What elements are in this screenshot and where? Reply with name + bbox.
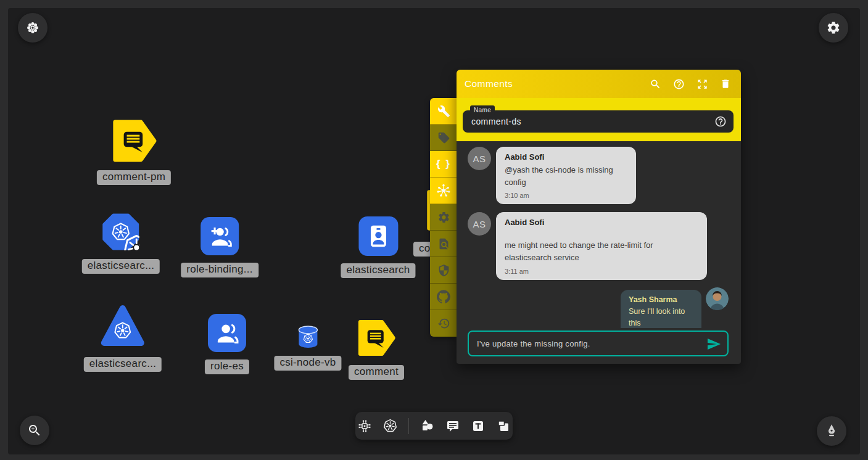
fullscreen-icon[interactable]: [696, 78, 708, 90]
tag-icon: [437, 131, 450, 144]
kubernetes-octagon-icon: [102, 213, 139, 250]
node-elasticsearch-triangle[interactable]: elasticsearc...: [84, 304, 162, 372]
pen-tool-button[interactable]: [817, 416, 846, 446]
avatar-photo: [706, 287, 729, 310]
app-window: comment-pm elasticsearc...: [0, 0, 868, 460]
avatar-initials: AS: [468, 212, 491, 236]
zoom-in-icon: [27, 423, 42, 438]
avatar-initials: AS: [468, 147, 491, 170]
message-author: Aabid Sofi: [505, 218, 698, 227]
toolbar-item-history[interactable]: [430, 310, 457, 337]
wrench-icon: [437, 105, 450, 118]
field-help-icon[interactable]: [714, 115, 727, 130]
comment-shape-icon: [111, 118, 157, 164]
kubernetes-icon: [382, 418, 398, 433]
node-label: elasticsearc...: [84, 357, 162, 372]
panel-title: Comments: [465, 78, 650, 89]
flower-logo-icon: [25, 20, 40, 35]
toolbar-item-definition[interactable]: { }: [430, 151, 457, 178]
send-icon[interactable]: [706, 337, 721, 354]
history-icon: [437, 317, 450, 330]
toolbar-item-configure[interactable]: [430, 98, 457, 125]
github-icon: [437, 290, 450, 303]
message-bubble: Yash Sharma Sure I'll look into this 3:2…: [621, 290, 701, 328]
message-text: me might need to change the rate-limit f…: [505, 239, 698, 264]
kubernetes-triangle-icon: [100, 304, 146, 350]
badge-icon: [358, 216, 398, 256]
comments-panel: Comments Name: [457, 70, 741, 364]
braces-icon: { }: [436, 158, 451, 170]
comments-panel-header[interactable]: Comments: [457, 70, 741, 98]
message-text: Sure I'll look into this: [629, 306, 693, 328]
gear-icon: [437, 211, 450, 224]
node-label: role-es: [205, 359, 249, 374]
shield-icon: [437, 264, 450, 277]
tool-kubernetes[interactable]: [382, 418, 398, 433]
doc-search-icon: [437, 237, 450, 250]
node-action-toolbar: { }: [430, 98, 457, 337]
toolbar-item-hub[interactable]: [430, 178, 457, 204]
canvas-tools-toolbar: [355, 412, 513, 440]
delete-icon[interactable]: [720, 78, 731, 89]
composer: [457, 328, 741, 364]
settings-button[interactable]: [819, 13, 848, 43]
node-role-es[interactable]: role-es: [205, 314, 249, 374]
node-label: csi-node-vb: [274, 356, 341, 371]
name-section: Name: [457, 98, 741, 141]
hub-icon: [436, 183, 451, 198]
composer-box: [468, 331, 729, 356]
node-elasticsearch-octagon[interactable]: elasticsearc...: [82, 213, 160, 274]
message: AS Aabid Sofi me might need to change th…: [468, 212, 732, 279]
comment-shape-icon: [357, 318, 396, 358]
message: AS Aabid Sofi @yash the csi-node is miss…: [468, 147, 732, 204]
name-field-label: Name: [470, 105, 495, 115]
shapes-icon: [420, 418, 435, 433]
toolbar-item-tag[interactable]: [430, 125, 457, 151]
tool-media[interactable]: [496, 419, 511, 433]
node-label: comment: [349, 365, 404, 380]
pen-nib-icon: [824, 423, 840, 439]
media-icon: [496, 419, 511, 433]
message-author: Yash Sharma: [629, 295, 693, 304]
node-comment[interactable]: comment: [349, 318, 404, 380]
message: Yash Sharma Sure I'll look into this 3:2…: [468, 290, 729, 328]
node-label: comment-pm: [97, 170, 171, 185]
message-time: 3:10 am: [505, 192, 627, 199]
name-input[interactable]: [463, 110, 734, 133]
message-bubble: Aabid Sofi me might need to change the r…: [496, 212, 707, 279]
node-label: elasticsearc...: [82, 259, 160, 274]
toolbar-item-inspect[interactable]: [430, 231, 457, 257]
help-icon[interactable]: [673, 78, 685, 90]
person-icon: [208, 314, 246, 352]
tool-shapes[interactable]: [420, 418, 435, 433]
toolbar-item-security[interactable]: [430, 257, 457, 284]
node-label: role-binding...: [181, 263, 258, 277]
message-text: @yash the csi-node is missing config: [505, 164, 627, 189]
node-comment-pm[interactable]: comment-pm: [97, 118, 171, 185]
tool-components[interactable]: [357, 419, 372, 433]
composer-input[interactable]: [469, 339, 727, 348]
toolbar-divider: [408, 418, 409, 434]
node-label: elasticsearch: [341, 263, 415, 278]
message-bubble: Aabid Sofi @yash the csi-node is missing…: [496, 147, 636, 204]
zoom-in-button[interactable]: [20, 416, 49, 445]
comment-icon: [445, 419, 460, 433]
node-role-binding[interactable]: role-binding...: [181, 217, 258, 277]
toolbar-item-github[interactable]: [430, 284, 457, 310]
node-elasticsearch-serviceaccount[interactable]: elasticsearch: [341, 216, 415, 278]
gear-icon: [826, 20, 841, 35]
toolbar-item-settings[interactable]: [430, 204, 457, 231]
person-add-icon: [200, 217, 239, 255]
message-time: 3:11 am: [505, 268, 698, 275]
text-icon: [471, 419, 486, 433]
node-csi-node-vb[interactable]: csi-node-vb: [274, 325, 341, 371]
kubernetes-cylinder-icon: [296, 325, 320, 350]
app-logo-button[interactable]: [18, 13, 48, 43]
tool-comment[interactable]: [445, 419, 460, 433]
tool-text[interactable]: [471, 419, 486, 433]
message-list[interactable]: AS Aabid Sofi @yash the csi-node is miss…: [457, 141, 741, 328]
circuit-icon: [357, 419, 372, 433]
search-icon[interactable]: [650, 78, 661, 90]
message-author: Aabid Sofi: [505, 152, 627, 162]
